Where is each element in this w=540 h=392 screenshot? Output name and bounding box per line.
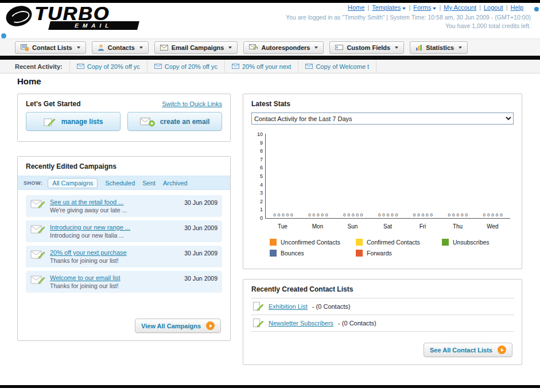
create-email-button[interactable]: create an email — [127, 112, 222, 131]
header: TURBO EMAIL Home| Templates| Forms| My A… — [0, 3, 540, 38]
chevron-down-icon — [228, 46, 232, 49]
top-nav-link[interactable]: Help — [511, 4, 524, 11]
create-email-label: create an email — [160, 118, 210, 126]
top-nav-link-wrap: My Account| — [444, 4, 484, 11]
nav-autoresponders-button[interactable]: Autoresponders — [243, 41, 324, 54]
recent-activity-item: Copy of Welcome t — [298, 60, 376, 73]
credits-info: You have 1,000 total credits left. — [286, 22, 531, 29]
recent-activity-link[interactable]: 20% off your next — [242, 63, 291, 70]
chart-plot: 00000000000000000000000000000000000 — [265, 134, 510, 219]
chart-legend: Unconfirmed Contacts Confirmed Contacts … — [270, 239, 534, 257]
campaign-title-link[interactable]: Introducing our new range ... — [50, 224, 180, 231]
nav-label: Email Campaigns — [172, 44, 224, 51]
recent-activity-link[interactable]: Copy of Welcome t — [316, 63, 369, 70]
campaign-title-link[interactable]: 20% off your next purchase — [50, 249, 180, 256]
campaign-row[interactable]: Welcome to our email list Thanks for joi… — [26, 271, 222, 293]
recent-activity-link[interactable]: Copy of 20% off yc — [87, 63, 140, 70]
legend-swatch — [356, 239, 363, 246]
nav-label: Custom Fields — [347, 44, 390, 51]
app-logo[interactable]: TURBO EMAIL — [6, 3, 138, 30]
latest-stats-panel: Latest Stats Contact Activity for the La… — [243, 94, 522, 269]
corner-dot-decoration — [534, 7, 539, 11]
app-window: { "brand": { "name_top": "TURBO", "name_… — [0, 0, 540, 392]
contact-list-row[interactable]: Exhibition List - (0 Contacts) — [251, 298, 514, 315]
campaign-row[interactable]: Introducing our new range ... Introducin… — [26, 220, 222, 242]
link-separator: | — [409, 4, 410, 11]
contact-activity-chart: 109876543210 000000000000000000000000000… — [256, 134, 510, 257]
see-all-contact-lists-button[interactable]: See All Contact Lists — [424, 343, 512, 357]
campaign-title-link[interactable]: See us at the retail food ... — [50, 199, 180, 205]
legend-label: Unconfirmed Contacts — [281, 239, 340, 246]
nav-statistics-button[interactable]: Statistics — [410, 41, 468, 54]
logo-title: TURBO — [34, 3, 138, 23]
top-nav-link[interactable]: My Account — [444, 4, 476, 11]
contact-list-meta: - (0 Contacts) — [338, 320, 376, 327]
recent-activity-item: Copy of 20% off yc — [147, 60, 224, 73]
stats-period-select[interactable]: Contact Activity for the Last 7 Days — [251, 112, 514, 125]
main-navbar: Contact Lists Contacts Email Campaigns A… — [0, 38, 540, 56]
manage-lists-button[interactable]: manage lists — [26, 112, 121, 131]
switch-quick-links-link[interactable]: Switch to Quick Links — [162, 100, 222, 107]
nav-email-campaigns-button[interactable]: Email Campaigns — [154, 41, 238, 54]
envelope-icon — [77, 64, 84, 69]
recent-activity-link[interactable]: Copy of 20% off yc — [165, 63, 217, 70]
nav-label: Statistics — [426, 44, 454, 51]
campaign-filter-tab[interactable]: Sent — [142, 180, 156, 187]
top-nav-link-wrap: Logout| — [484, 4, 511, 11]
contact-list-link[interactable]: Newsletter Subscribers — [269, 320, 333, 327]
campaign-row[interactable]: See us at the retail food ... We're givi… — [26, 195, 222, 217]
chevron-down-icon — [139, 46, 143, 49]
top-nav-link[interactable]: Logout — [484, 4, 503, 11]
email-edit-icon — [30, 224, 45, 236]
chart-x-axis: TueMonSunSatFriThuWed — [265, 221, 510, 230]
go-arrow-icon — [498, 346, 506, 354]
top-nav-link-wrap: Help| — [511, 4, 531, 11]
nav-label: Autoresponders — [261, 44, 310, 51]
campaign-title-link[interactable]: Welcome to our email list — [50, 274, 180, 281]
view-all-campaigns-label: View All Campaigns — [141, 323, 201, 329]
contact-lists-list: Exhibition List - (0 Contacts) Newslette… — [251, 298, 514, 332]
campaign-tabs: All Campaigns Scheduled Sent Archived — [48, 178, 187, 188]
envelope-plus-icon — [140, 117, 155, 127]
campaign-subtitle: We're giving away our late ... — [50, 207, 180, 214]
contact-list-meta: - (0 Contacts) — [312, 303, 351, 310]
legend-item: Unconfirmed Contacts — [270, 239, 356, 246]
link-separator: | — [439, 4, 441, 11]
campaign-subtitle: Thanks for joining our list! — [50, 282, 180, 289]
top-nav-link[interactable]: Home — [348, 4, 364, 11]
autoresponders-icon — [249, 44, 258, 51]
recent-activity-label: Recent Activity: — [15, 63, 63, 70]
email-edit-icon — [30, 249, 45, 262]
legend-swatch — [270, 239, 277, 246]
legend-swatch — [270, 250, 277, 257]
logo-subtitle: EMAIL — [48, 21, 139, 30]
envelope-icon — [232, 64, 239, 69]
nav-custom-fields-button[interactable]: Custom Fields — [329, 41, 404, 54]
recent-campaigns-panel: Recently Edited Campaigns SHOW: All Camp… — [17, 156, 231, 341]
nav-label: Contacts — [108, 44, 135, 51]
statistics-icon — [415, 44, 422, 51]
legend-label: Bounces — [281, 250, 304, 257]
contact-list-row[interactable]: Newsletter Subscribers - (0 Contacts) — [251, 315, 514, 332]
campaign-filter-tab[interactable]: All Campaigns — [48, 178, 98, 188]
list-edit-icon — [252, 318, 264, 328]
recent-campaigns-title: Recently Edited Campaigns — [26, 162, 116, 170]
top-nav-link[interactable]: Forms — [413, 4, 431, 11]
top-nav-link-wrap: Forms| — [413, 4, 444, 11]
campaign-date: 30 Jun 2009 — [184, 199, 217, 206]
legend-swatch — [356, 250, 363, 257]
campaign-date: 30 Jun 2009 — [184, 275, 217, 282]
chevron-down-icon — [459, 46, 462, 49]
contact-list-link[interactable]: Exhibition List — [269, 303, 308, 310]
nav-contact-lists-button[interactable]: Contact Lists — [15, 41, 86, 54]
nav-contacts-button[interactable]: Contacts — [92, 41, 149, 54]
campaign-filter-tab[interactable]: Scheduled — [105, 180, 135, 187]
recent-activity-item: Copy of 20% off yc — [69, 60, 147, 73]
top-nav-link[interactable]: Templates — [372, 4, 401, 11]
legend-swatch — [442, 239, 449, 246]
campaign-row[interactable]: 20% off your next purchase Thanks for jo… — [26, 246, 222, 267]
campaign-filter-tab[interactable]: Archived — [163, 180, 188, 187]
get-started-title: Let's Get Started — [26, 100, 81, 108]
link-separator: | — [367, 4, 369, 11]
view-all-campaigns-button[interactable]: View All Campaigns — [135, 319, 221, 333]
